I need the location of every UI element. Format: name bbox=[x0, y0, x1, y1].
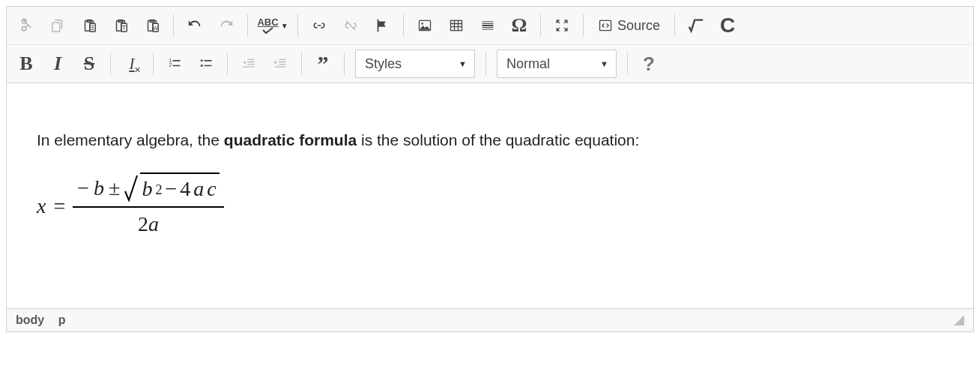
toolbar-separator bbox=[344, 52, 345, 75]
toolbar-separator bbox=[173, 14, 174, 37]
ordered-list-icon: 12 bbox=[166, 56, 183, 71]
toolbar-separator bbox=[297, 14, 298, 37]
source-icon bbox=[598, 18, 613, 33]
chemistry-button[interactable]: C bbox=[713, 11, 742, 40]
blockquote-button[interactable]: ” bbox=[308, 50, 338, 78]
redo-button[interactable] bbox=[211, 11, 241, 40]
svg-rect-7 bbox=[451, 20, 462, 30]
intro-text-post: is the solution of the quadratic equatio… bbox=[357, 131, 639, 148]
toolbar-separator bbox=[403, 14, 404, 37]
toolbar-separator bbox=[247, 14, 248, 37]
path-segment[interactable]: body bbox=[16, 314, 44, 326]
unlink-icon bbox=[342, 19, 360, 32]
source-label: Source bbox=[617, 18, 660, 34]
indent-button[interactable] bbox=[265, 50, 295, 78]
svg-rect-8 bbox=[600, 20, 611, 30]
toolbar-row-1: T W ABC ▼ bbox=[7, 7, 973, 45]
sqrt-icon bbox=[687, 17, 705, 34]
check-icon bbox=[262, 27, 274, 34]
intro-text-pre: In elementary algebra, the bbox=[37, 131, 224, 148]
indent-icon bbox=[272, 56, 288, 71]
outdent-button[interactable] bbox=[234, 50, 264, 78]
paste-word-button[interactable]: W bbox=[137, 11, 167, 40]
toolbar-separator bbox=[110, 52, 111, 75]
table-icon bbox=[448, 18, 465, 33]
toolbar-separator bbox=[153, 52, 154, 75]
format-combo-label: Normal bbox=[506, 56, 550, 72]
image-icon bbox=[417, 18, 433, 33]
chevron-down-icon: ▼ bbox=[459, 59, 467, 68]
editor-content[interactable]: In elementary algebra, the quadratic for… bbox=[7, 83, 973, 308]
styles-combo[interactable]: Styles ▼ bbox=[355, 50, 475, 78]
styles-combo-label: Styles bbox=[365, 56, 402, 72]
anchor-button[interactable] bbox=[367, 11, 397, 40]
toolbar-separator bbox=[301, 52, 302, 75]
svg-text:W: W bbox=[153, 25, 158, 32]
link-icon bbox=[310, 19, 328, 32]
link-button[interactable] bbox=[304, 11, 334, 40]
strike-button[interactable]: S bbox=[74, 50, 104, 78]
spellcheck-button[interactable]: ABC ▼ bbox=[254, 11, 291, 40]
undo-icon bbox=[186, 17, 204, 34]
toolbar-separator bbox=[583, 14, 584, 37]
bulleted-list-icon bbox=[198, 56, 214, 71]
cut-icon bbox=[18, 17, 34, 34]
svg-point-11 bbox=[201, 59, 203, 62]
toolbar-row-2: B I S I✕ 12 ” Styles ▼ Normal ▼ bbox=[7, 45, 973, 83]
path-segment[interactable]: p bbox=[58, 314, 66, 326]
hr-button[interactable] bbox=[473, 11, 503, 40]
about-button[interactable]: ? bbox=[634, 50, 664, 78]
svg-point-12 bbox=[201, 64, 203, 67]
paste-button[interactable] bbox=[74, 11, 104, 40]
special-char-button[interactable]: Ω bbox=[504, 11, 534, 40]
italic-button[interactable]: I bbox=[43, 50, 73, 78]
status-bar: body p bbox=[7, 308, 973, 332]
intro-text-bold: quadratic formula bbox=[224, 131, 357, 148]
ordered-list-button[interactable]: 12 bbox=[160, 50, 190, 78]
content-paragraph: In elementary algebra, the quadratic for… bbox=[37, 129, 943, 152]
remove-format-button[interactable]: I✕ bbox=[117, 50, 147, 78]
resize-grip[interactable] bbox=[954, 315, 964, 326]
chevron-down-icon: ▼ bbox=[281, 22, 288, 30]
bulleted-list-button[interactable] bbox=[191, 50, 221, 78]
toolbar-separator bbox=[627, 52, 628, 75]
bold-button[interactable]: B bbox=[11, 50, 41, 78]
copy-icon bbox=[49, 17, 66, 34]
horizontal-line-icon bbox=[480, 18, 496, 33]
cut-button[interactable] bbox=[11, 11, 41, 40]
copy-button[interactable] bbox=[43, 11, 73, 40]
redo-icon bbox=[217, 17, 235, 34]
element-path: body p bbox=[16, 314, 76, 327]
flag-icon bbox=[374, 17, 390, 34]
image-button[interactable] bbox=[410, 11, 440, 40]
svg-text:2: 2 bbox=[169, 62, 172, 68]
paste-text-icon: T bbox=[112, 16, 129, 34]
format-combo[interactable]: Normal ▼ bbox=[497, 50, 617, 78]
maximize-button[interactable] bbox=[547, 11, 577, 40]
outdent-icon bbox=[241, 56, 257, 71]
unlink-button[interactable] bbox=[336, 11, 366, 40]
toolbar-separator bbox=[540, 14, 541, 37]
toolbar-separator bbox=[227, 52, 228, 75]
toolbar-separator bbox=[486, 52, 486, 75]
abc-label: ABC bbox=[257, 17, 278, 27]
source-button[interactable]: Source bbox=[590, 11, 668, 40]
paste-text-button[interactable]: T bbox=[106, 11, 136, 40]
quadratic-formula: x = −b ± b2 − 4ac 2a bbox=[37, 172, 943, 239]
paste-word-icon: W bbox=[144, 16, 160, 34]
svg-text:T: T bbox=[122, 25, 126, 32]
table-button[interactable] bbox=[441, 11, 471, 40]
paste-icon bbox=[81, 16, 97, 34]
toolbar-separator bbox=[674, 14, 675, 37]
undo-button[interactable] bbox=[180, 11, 210, 40]
svg-point-6 bbox=[421, 22, 423, 25]
maximize-icon bbox=[554, 18, 569, 33]
math-button[interactable] bbox=[681, 11, 711, 40]
chevron-down-icon: ▼ bbox=[600, 59, 608, 68]
radical-icon bbox=[124, 175, 138, 203]
editor-frame: T W ABC ▼ bbox=[6, 6, 974, 332]
